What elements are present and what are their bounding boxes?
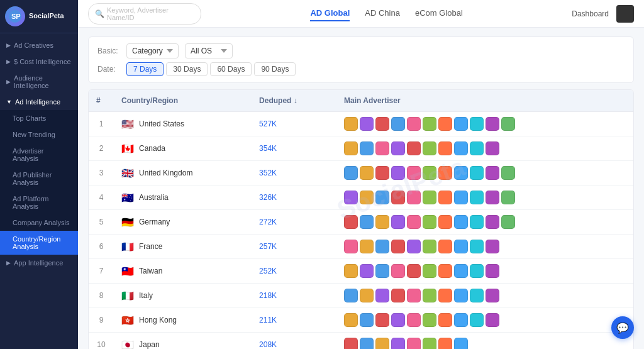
sidebar-item-app-intelligence[interactable]: ▶ App Intelligence xyxy=(0,255,78,271)
table-row[interactable]: 9🇭🇰Hong Kong211K xyxy=(89,308,633,333)
advertiser-icon[interactable] xyxy=(423,338,436,349)
advertiser-icon[interactable] xyxy=(486,264,499,278)
advertiser-icon[interactable] xyxy=(470,141,484,155)
cell-deduped[interactable]: 257K xyxy=(252,235,336,259)
advertiser-icon[interactable] xyxy=(501,166,515,180)
advertiser-icon[interactable] xyxy=(344,264,358,278)
advertiser-icon[interactable] xyxy=(360,240,374,253)
advertiser-icon[interactable] xyxy=(391,289,405,302)
advertiser-icon[interactable] xyxy=(470,289,484,302)
nav-link-ecom-global[interactable]: eCom Global xyxy=(415,6,463,21)
advertiser-icon[interactable] xyxy=(360,117,374,131)
advertiser-icon[interactable] xyxy=(407,338,421,349)
advertiser-icon[interactable] xyxy=(344,240,358,253)
advertiser-icon[interactable] xyxy=(391,313,405,327)
table-row[interactable]: 2🇨🇦Canada354K xyxy=(89,136,633,161)
advertiser-icon[interactable] xyxy=(470,313,484,327)
advertiser-icon[interactable] xyxy=(407,313,421,327)
user-avatar[interactable] xyxy=(616,5,634,23)
advertiser-icon[interactable] xyxy=(360,191,374,204)
advertiser-icon[interactable] xyxy=(360,215,374,229)
advertiser-icon[interactable] xyxy=(391,240,405,253)
advertiser-icon[interactable] xyxy=(344,313,358,327)
cell-deduped[interactable]: 354K xyxy=(252,136,336,161)
advertiser-icon[interactable] xyxy=(470,240,484,253)
sidebar-item-ad-creatives[interactable]: ▶ Ad Creatives xyxy=(0,37,78,53)
sidebar-item-ad-publisher-analysis[interactable]: Ad Publisher Analysis xyxy=(0,167,78,191)
advertiser-icon[interactable] xyxy=(407,166,421,180)
advertiser-icon[interactable] xyxy=(454,313,468,327)
advertiser-icon[interactable] xyxy=(486,117,499,131)
advertiser-icon[interactable] xyxy=(438,117,452,131)
table-row[interactable]: 8🇮🇹Italy218K xyxy=(89,284,633,308)
table-row[interactable]: 3🇬🇧United Kingdom352K xyxy=(89,161,633,186)
os-select[interactable]: All OS iOS Android xyxy=(185,43,233,58)
date-90days[interactable]: 90 Days xyxy=(254,62,296,76)
advertiser-icon[interactable] xyxy=(391,117,405,131)
advertiser-icon[interactable] xyxy=(454,338,468,349)
advertiser-icon[interactable] xyxy=(454,117,468,131)
cell-deduped[interactable]: 208K xyxy=(252,333,336,350)
advertiser-icon[interactable] xyxy=(360,289,374,302)
advertiser-icon[interactable] xyxy=(438,240,452,253)
advertiser-icon[interactable] xyxy=(454,141,468,155)
advertiser-icon[interactable] xyxy=(438,166,452,180)
advertiser-icon[interactable] xyxy=(423,240,436,253)
advertiser-icon[interactable] xyxy=(375,141,389,155)
table-row[interactable]: 4🇦🇺Australia326K xyxy=(89,186,633,210)
advertiser-icon[interactable] xyxy=(454,166,468,180)
advertiser-icon[interactable] xyxy=(423,117,436,131)
advertiser-icon[interactable] xyxy=(423,141,436,155)
advertiser-icon[interactable] xyxy=(423,313,436,327)
table-row[interactable]: 6🇫🇷France257K xyxy=(89,235,633,259)
advertiser-icon[interactable] xyxy=(344,141,358,155)
cell-deduped[interactable]: 326K xyxy=(252,186,336,210)
advertiser-icon[interactable] xyxy=(501,191,515,204)
advertiser-icon[interactable] xyxy=(438,264,452,278)
advertiser-icon[interactable] xyxy=(470,264,484,278)
advertiser-icon[interactable] xyxy=(407,117,421,131)
cell-deduped[interactable]: 272K xyxy=(252,210,336,235)
table-row[interactable]: 5🇩🇪Germany272K xyxy=(89,210,633,235)
date-7days[interactable]: 7 Days xyxy=(126,62,164,76)
advertiser-icon[interactable] xyxy=(486,313,499,327)
advertiser-icon[interactable] xyxy=(438,191,452,204)
advertiser-icon[interactable] xyxy=(344,215,358,229)
advertiser-icon[interactable] xyxy=(438,141,452,155)
advertiser-icon[interactable] xyxy=(407,240,421,253)
sidebar-item-ad-platform-analysis[interactable]: Ad Platform Analysis xyxy=(0,191,78,214)
search-box[interactable]: 🔍 Keyword, Advertiser Name/ID xyxy=(88,3,201,25)
cell-deduped[interactable]: 527K xyxy=(252,112,336,136)
advertiser-icon[interactable] xyxy=(438,289,452,302)
advertiser-icon[interactable] xyxy=(375,313,389,327)
nav-link-ad-global[interactable]: AD Global xyxy=(310,6,350,21)
advertiser-icon[interactable] xyxy=(501,215,515,229)
sidebar-item-cost-intelligence[interactable]: ▶ $ Cost Intelligence xyxy=(0,53,78,70)
advertiser-icon[interactable] xyxy=(375,264,389,278)
advertiser-icon[interactable] xyxy=(375,289,389,302)
advertiser-icon[interactable] xyxy=(486,191,499,204)
advertiser-icon[interactable] xyxy=(360,166,374,180)
advertiser-icon[interactable] xyxy=(375,215,389,229)
cell-deduped[interactable]: 352K xyxy=(252,161,336,186)
advertiser-icon[interactable] xyxy=(391,264,405,278)
advertiser-icon[interactable] xyxy=(375,117,389,131)
advertiser-icon[interactable] xyxy=(407,141,421,155)
advertiser-icon[interactable] xyxy=(486,141,499,155)
category-select[interactable]: Category Game App xyxy=(126,43,179,58)
advertiser-icon[interactable] xyxy=(344,117,358,131)
advertiser-icon[interactable] xyxy=(470,191,484,204)
advertiser-icon[interactable] xyxy=(454,264,468,278)
sidebar-item-new-trending[interactable]: New Trending xyxy=(0,126,78,143)
advertiser-icon[interactable] xyxy=(391,166,405,180)
advertiser-icon[interactable] xyxy=(470,166,484,180)
sidebar-item-top-charts[interactable]: Top Charts xyxy=(0,110,78,126)
advertiser-icon[interactable] xyxy=(454,215,468,229)
advertiser-icon[interactable] xyxy=(375,338,389,349)
advertiser-icon[interactable] xyxy=(486,215,499,229)
advertiser-icon[interactable] xyxy=(454,289,468,302)
advertiser-icon[interactable] xyxy=(470,117,484,131)
advertiser-icon[interactable] xyxy=(360,338,374,349)
table-row[interactable]: 1🇺🇸United States527K xyxy=(89,112,633,136)
advertiser-icon[interactable] xyxy=(438,215,452,229)
